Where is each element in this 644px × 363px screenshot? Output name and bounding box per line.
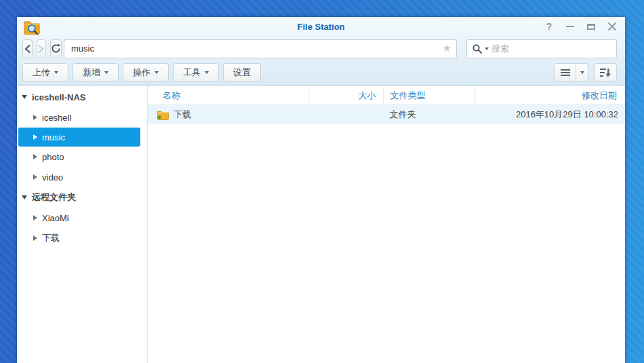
forward-button[interactable] bbox=[37, 39, 47, 58]
table-row[interactable]: 下载 文件夹 2016年10月29日 10:00:32 bbox=[148, 105, 625, 124]
upload-button[interactable]: 上传 bbox=[22, 63, 68, 82]
file-name-cell: 下载 bbox=[148, 105, 308, 124]
sidebar-section-iceshell-nas[interactable]: iceshell-NAS bbox=[17, 87, 147, 107]
column-header-name[interactable]: 名称 bbox=[148, 86, 308, 104]
sidebar-item-iceshell[interactable]: iceshell bbox=[17, 107, 147, 128]
maximize-icon[interactable] bbox=[585, 20, 597, 33]
chevron-down-icon bbox=[104, 71, 108, 74]
path-input[interactable] bbox=[64, 39, 457, 58]
window-title: File Station bbox=[17, 22, 625, 32]
help-icon[interactable]: ? bbox=[543, 20, 555, 33]
upload-button-label: 上传 bbox=[33, 66, 50, 79]
sort-button[interactable] bbox=[594, 63, 617, 82]
view-mode-caret-icon[interactable] bbox=[576, 64, 588, 81]
search-options-caret-icon[interactable] bbox=[485, 47, 489, 50]
content-area: iceshell-NAS iceshell music photo video … bbox=[17, 86, 625, 363]
sidebar-section-remote-folders[interactable]: 远程文件夹 bbox=[17, 187, 147, 208]
expand-triangle-icon[interactable] bbox=[33, 215, 37, 221]
chevron-down-icon bbox=[54, 71, 58, 74]
settings-button[interactable]: 设置 bbox=[223, 63, 261, 82]
action-button-label: 操作 bbox=[133, 66, 150, 79]
expand-triangle-icon[interactable] bbox=[33, 115, 37, 120]
sidebar-item-label: 下载 bbox=[42, 232, 60, 244]
refresh-button[interactable] bbox=[50, 39, 62, 58]
close-icon[interactable] bbox=[606, 20, 618, 33]
file-modified-cell: 2016年10月29日 10:00:32 bbox=[475, 105, 626, 124]
column-header-type[interactable]: 文件类型 bbox=[383, 86, 475, 104]
search-input[interactable] bbox=[491, 43, 611, 54]
action-button[interactable]: 操作 bbox=[123, 63, 169, 82]
file-station-window: File Station ? bbox=[17, 17, 625, 363]
collapse-triangle-icon[interactable] bbox=[22, 95, 27, 99]
expand-triangle-icon[interactable] bbox=[33, 174, 37, 180]
chevron-down-icon bbox=[205, 71, 209, 74]
create-button[interactable]: 新增 bbox=[73, 63, 119, 82]
sidebar-item-label: video bbox=[42, 172, 63, 183]
search-icon bbox=[472, 44, 482, 54]
file-list-header: 名称 大小 文件类型 修改日期 bbox=[148, 86, 625, 105]
minimize-icon[interactable] bbox=[564, 20, 576, 33]
sidebar-item-photo[interactable]: photo bbox=[17, 147, 147, 167]
expand-triangle-icon[interactable] bbox=[33, 134, 37, 140]
titlebar: File Station ? bbox=[17, 17, 625, 37]
tools-button[interactable]: 工具 bbox=[173, 63, 219, 82]
tools-button-label: 工具 bbox=[183, 66, 201, 79]
sidebar-item-label: photo bbox=[42, 152, 64, 162]
column-header-size[interactable]: 大小 bbox=[308, 86, 383, 104]
expand-triangle-icon[interactable] bbox=[33, 154, 37, 159]
window-controls: ? bbox=[543, 20, 618, 33]
create-button-label: 新增 bbox=[83, 66, 100, 79]
toolbar: 上传 新增 操作 工具 设置 bbox=[17, 60, 625, 85]
column-header-modified[interactable]: 修改日期 bbox=[475, 86, 626, 104]
shared-folder-icon bbox=[157, 110, 169, 120]
list-view-icon[interactable] bbox=[555, 64, 576, 81]
file-size-cell bbox=[308, 105, 383, 124]
sidebar-item-download[interactable]: 下载 bbox=[17, 228, 147, 248]
sidebar-item-xiaomi[interactable]: XiaoMi bbox=[17, 208, 147, 228]
view-mode-button[interactable] bbox=[554, 63, 588, 82]
folder-tree-sidebar: iceshell-NAS iceshell music photo video … bbox=[17, 86, 148, 363]
sort-icon bbox=[600, 68, 611, 77]
sidebar-item-label: XiaoMi bbox=[42, 213, 69, 223]
favorite-star-icon[interactable]: ★ bbox=[443, 42, 451, 54]
sidebar-item-label: iceshell bbox=[42, 113, 71, 123]
sidebar-item-label: music bbox=[42, 132, 65, 142]
expand-triangle-icon[interactable] bbox=[33, 235, 37, 241]
sidebar-item-music[interactable]: music bbox=[18, 128, 140, 147]
settings-button-label: 设置 bbox=[233, 66, 251, 79]
section-label: 远程文件夹 bbox=[32, 191, 76, 204]
file-list-panel: 名称 大小 文件类型 修改日期 下载 文件夹 2016年10月29日 10:00… bbox=[148, 86, 625, 363]
collapse-triangle-icon[interactable] bbox=[22, 195, 27, 199]
file-type-cell: 文件夹 bbox=[383, 105, 475, 124]
chevron-down-icon bbox=[155, 71, 159, 74]
path-field-wrap: ★ bbox=[64, 39, 457, 58]
search-box[interactable] bbox=[466, 39, 617, 58]
window-header: File Station ? bbox=[17, 17, 625, 86]
sidebar-item-video[interactable]: video bbox=[17, 167, 147, 187]
file-name: 下载 bbox=[174, 109, 191, 121]
section-label: iceshell-NAS bbox=[32, 92, 85, 102]
back-button[interactable] bbox=[22, 39, 33, 58]
navigation-bar: ★ bbox=[17, 37, 625, 60]
